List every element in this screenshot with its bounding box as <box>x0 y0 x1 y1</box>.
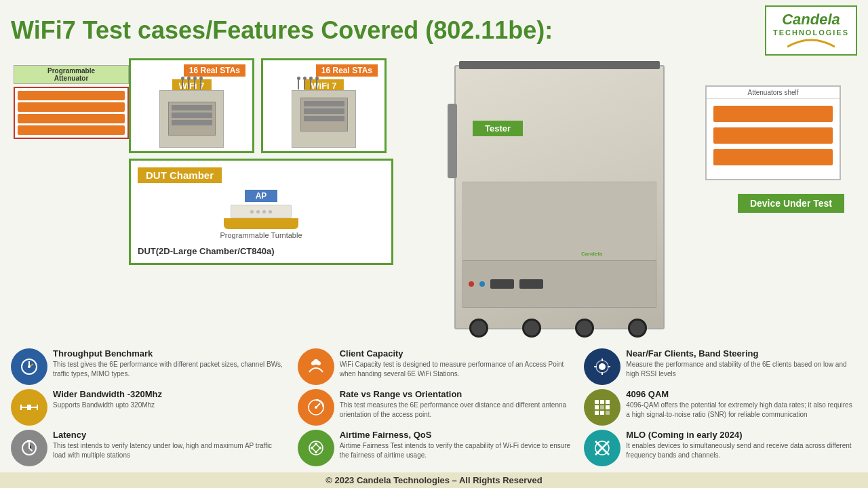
feature-icon-airtime-fairness <box>298 430 334 466</box>
svg-rect-15 <box>600 405 604 409</box>
feature-desc-rate-vs-range: This test measures the 6E performance ov… <box>340 401 571 420</box>
header: WiFi7 Test cases/Features Covered (802.1… <box>0 0 868 58</box>
feature-text-client-capacity: Client CapacityWiFi Capacity test is des… <box>340 348 571 379</box>
tester-label: Tester <box>473 121 523 136</box>
logo-arc-svg <box>787 37 835 50</box>
feature-item-throughput: Throughput BenchmarkThis test gives the … <box>11 348 284 385</box>
feature-title-wider-bandwidth: Wider Bandwidth -320Mhz <box>53 389 162 399</box>
svg-point-4 <box>313 359 319 365</box>
candela-logo: Candela TECHNOLOGIES <box>765 5 857 56</box>
svg-line-28 <box>316 448 320 452</box>
feature-title-airtime-fairness: Airtime Fairness, QoS <box>340 430 571 440</box>
svg-rect-11 <box>595 400 599 404</box>
dut-chamber-label: DUT Chamber <box>138 167 222 183</box>
diagram-section: ProgrammableAttenuator 16 Real STAs WiFi… <box>7 58 427 343</box>
feature-title-rate-vs-range: Rate vs Range vs Orientation <box>340 389 571 399</box>
feature-icon-client-capacity <box>298 348 334 385</box>
svg-rect-14 <box>595 405 599 409</box>
feature-icon-mlo <box>584 430 620 466</box>
feature-icon-throughput <box>11 348 47 385</box>
att-shelf-label: Attenuators shelf <box>707 87 840 99</box>
feature-icon-near-far <box>584 348 620 385</box>
footer-text: © 2023 Candela Technologies – All Rights… <box>326 475 542 485</box>
svg-point-5 <box>599 363 606 370</box>
feature-title-mlo: MLO (Coming in early 2024) <box>626 430 857 440</box>
feature-item-client-capacity: Client CapacityWiFi Capacity test is des… <box>298 348 571 385</box>
feature-item-4096-qam: 4096 QAM4096-QAM offers the potential fo… <box>584 389 857 426</box>
feature-item-latency: LatencyThis test intends to verify laten… <box>11 430 284 466</box>
feature-desc-latency: This test intends to verify latency unde… <box>53 441 284 460</box>
page-title: WiFi7 Test cases/Features Covered (802.1… <box>11 16 553 45</box>
sta-box-2: 16 Real STAs WiFi 7 <box>261 58 387 153</box>
logo-candela-text: Candela <box>782 11 840 28</box>
feature-icon-4096-qam <box>584 389 620 426</box>
feature-title-latency: Latency <box>53 430 284 440</box>
feature-title-client-capacity: Client Capacity <box>340 348 571 359</box>
feature-desc-throughput: This test gives the 6E performance with … <box>53 360 284 379</box>
feature-desc-client-capacity: WiFi Capacity test is designed to measur… <box>340 360 571 379</box>
prog-att-label: ProgrammableAttenuator <box>14 65 129 84</box>
feature-text-throughput: Throughput BenchmarkThis test gives the … <box>53 348 284 379</box>
svg-line-30 <box>312 444 316 448</box>
feature-desc-near-far: Measure the performance and stability of… <box>626 360 857 379</box>
feature-item-near-far: Near/Far Clients, Band SteeringMeasure t… <box>584 348 857 385</box>
device-image-area: Tester Candela <box>434 58 861 343</box>
dut-chamber: DUT Chamber AP Programmable Turntable DU… <box>129 159 393 265</box>
sta-box-1: 16 Real STAs WiFi 7 <box>129 58 254 153</box>
att-bar-4 <box>18 125 125 135</box>
feature-item-mlo: MLO (Coming in early 2024)It enables dev… <box>584 430 857 466</box>
svg-point-10 <box>315 406 317 409</box>
feature-title-throughput: Throughput Benchmark <box>53 348 284 359</box>
logo-tech-text: TECHNOLOGIES <box>773 28 849 37</box>
svg-rect-19 <box>606 411 610 415</box>
svg-rect-16 <box>606 405 610 409</box>
svg-rect-12 <box>600 400 604 404</box>
candela-brand-text: Candela <box>581 251 602 257</box>
feature-text-airtime-fairness: Airtime Fairness, QoSAirtime Fairness Te… <box>340 430 571 460</box>
prog-att-box <box>14 87 129 139</box>
svg-point-1 <box>28 365 31 368</box>
svg-rect-18 <box>600 411 604 415</box>
feature-icon-latency <box>11 430 47 466</box>
feature-text-wider-bandwidth: Wider Bandwidth -320MhzSupports Bandwidt… <box>53 389 162 410</box>
svg-line-27 <box>316 444 320 448</box>
att-bar-2 <box>18 102 125 112</box>
feature-text-4096-qam: 4096 QAM4096-QAM offers the potential fo… <box>626 389 857 420</box>
svg-rect-13 <box>606 400 610 404</box>
sta-label-2: 16 Real STAs <box>316 64 378 77</box>
attenuator-shelf: Attenuators shelf <box>705 85 841 180</box>
feature-item-airtime-fairness: Airtime Fairness, QoSAirtime Fairness Te… <box>298 430 571 466</box>
turntable-label: Programmable Turntable <box>220 231 302 239</box>
feature-text-mlo: MLO (Coming in early 2024)It enables dev… <box>626 430 857 460</box>
feature-icon-wider-bandwidth <box>11 389 47 426</box>
feature-text-near-far: Near/Far Clients, Band SteeringMeasure t… <box>626 348 857 379</box>
device-section: Tester Candela <box>434 58 861 343</box>
att-bar-3 <box>18 114 125 123</box>
feature-desc-airtime-fairness: Airtime Fairness Test intends to verify … <box>340 441 571 460</box>
stas-row: 16 Real STAs WiFi 7 <box>129 58 427 153</box>
footer: © 2023 Candela Technologies – All Rights… <box>0 472 868 488</box>
att-bar-1 <box>18 91 125 100</box>
dut-model-label: DUT(2D-Large Chamber/CT840a) <box>138 246 384 256</box>
feature-item-rate-vs-range: Rate vs Range vs OrientationThis test me… <box>298 389 571 426</box>
feature-desc-wider-bandwidth: Supports Bandwidth upto 320Mhz <box>53 401 162 410</box>
svg-rect-17 <box>595 411 599 415</box>
feature-text-rate-vs-range: Rate vs Range vs OrientationThis test me… <box>340 389 571 420</box>
feature-text-latency: LatencyThis test intends to verify laten… <box>53 430 284 460</box>
feature-desc-mlo: It enables devices to simultaneously sen… <box>626 441 857 460</box>
ap-section: AP Programmable Turntable <box>138 186 384 243</box>
svg-line-29 <box>312 448 316 452</box>
ap-label: AP <box>245 190 278 202</box>
svg-rect-7 <box>27 405 31 410</box>
sta-label-1: 16 Real STAs <box>184 64 245 77</box>
feature-title-4096-qam: 4096 QAM <box>626 389 857 399</box>
feature-title-near-far: Near/Far Clients, Band Steering <box>626 348 857 359</box>
main-content: ProgrammableAttenuator 16 Real STAs WiFi… <box>0 58 868 343</box>
feature-desc-4096-qam: 4096-QAM offers the potential for extrem… <box>626 401 857 420</box>
feature-icon-rate-vs-range <box>298 389 334 426</box>
dut-label-overlay: Device Under Test <box>738 194 844 213</box>
feature-item-wider-bandwidth: Wider Bandwidth -320MhzSupports Bandwidt… <box>11 389 284 426</box>
programmable-attenuator: ProgrammableAttenuator <box>14 65 129 139</box>
features-section: Throughput BenchmarkThis test gives the … <box>0 343 868 466</box>
